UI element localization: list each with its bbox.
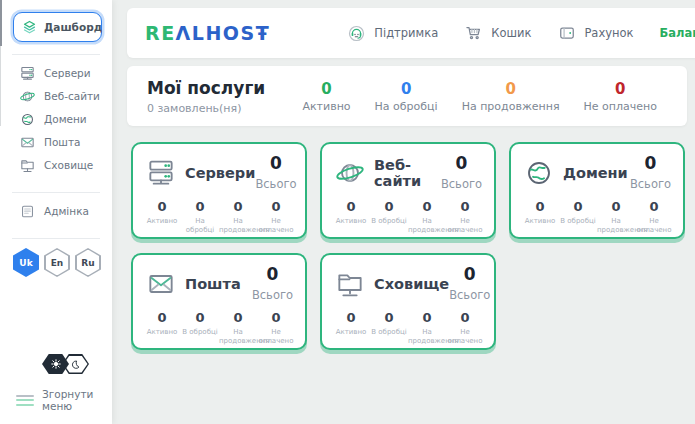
card-stat-renewal: 0 На продовження: [597, 199, 635, 235]
card-stat-processing: 0 В обробці: [559, 199, 597, 235]
card-stat-active: 0 Активно: [143, 310, 181, 346]
service-card-mail[interactable]: Пошта 0 Всього 0 Активно 0 В обробці 0 Н…: [131, 253, 307, 350]
stat-label: На продовження: [219, 217, 257, 235]
planet-icon: [332, 157, 368, 189]
card-stat-active: 0 Активно: [143, 199, 181, 235]
nav-item-label: Підтримка: [374, 26, 438, 40]
service-card-websites[interactable]: Веб-сайти 0 Всього 0 Активно 0 В обробці…: [320, 142, 496, 239]
card-stat-unpaid: 0 Не оплачено: [635, 199, 673, 235]
stat-value: 0: [257, 310, 295, 325]
window-edge-artifact: [0, 46, 1, 126]
stat-value: 0: [181, 199, 219, 214]
sidebar-nav: Сервери Веб-сайти Домени: [0, 55, 112, 180]
card-title: Веб-сайти: [374, 157, 441, 189]
summary-stat-renewal: 0 На продовження: [462, 80, 560, 113]
service-card-servers[interactable]: Сервери 0 Всього 0 Активно 0 На обробці …: [131, 142, 307, 239]
service-card-storage[interactable]: Сховище 0 Всього 0 Активно 0 В обробці 0…: [320, 253, 496, 350]
card-stat-renewal: 0 На продовження: [219, 199, 257, 235]
stat-label: Не оплачено: [257, 328, 295, 346]
storage-icon: [19, 157, 36, 174]
card-total: 0 Всього: [441, 153, 484, 192]
stat-label: На продовження: [462, 100, 560, 113]
sidebar-item-admin[interactable]: Адмінка: [19, 203, 112, 219]
stat-value: 0: [446, 199, 484, 214]
stat-label: Не оплачено: [584, 100, 657, 113]
stat-label: На продовження: [408, 217, 446, 235]
wallet-icon: [557, 23, 577, 43]
summary-left: Мої послуги 0 замовлень(ня): [147, 78, 265, 115]
language-button-en[interactable]: En: [44, 248, 70, 277]
sidebar-item-dashboard[interactable]: Дашборд: [13, 12, 102, 42]
card-total: 0 Всього: [449, 264, 492, 303]
card-stat-processing: 0 В обробці: [370, 310, 408, 346]
stat-value: 0: [370, 310, 408, 325]
card-stat-unpaid: 0 Не оплачено: [446, 310, 484, 346]
card-stat-renewal: 0 На продовження: [408, 310, 446, 346]
stat-label: На обробці: [375, 100, 438, 113]
top-header: RE ΛLHOSŦ Підтримка: [127, 8, 695, 58]
storage-icon: [332, 268, 368, 300]
sidebar-item-label: Домени: [44, 113, 87, 125]
nav-item-cart[interactable]: Кошик: [464, 23, 531, 43]
sidebar-item-mail[interactable]: Пошта: [19, 134, 112, 150]
stat-label: На продовження: [219, 328, 257, 346]
card-title: Пошта: [185, 276, 241, 292]
nav-item-invoice[interactable]: Рахунок: [557, 23, 633, 43]
stat-label: Активно: [332, 328, 370, 337]
service-card-domains[interactable]: Домени 0 Всього 0 Активно 0 В обробці 0 …: [509, 142, 685, 239]
headset-icon: [346, 23, 367, 44]
planet-icon: [19, 88, 36, 105]
logo-text: RE: [145, 22, 176, 44]
stat-label: Не оплачено: [635, 217, 673, 235]
window-edge-artifact: [0, 0, 2, 46]
sidebar-item-label: Сервери: [44, 67, 91, 79]
summary-orders-count: 0 замовлень(ня): [147, 102, 265, 115]
sidebar-item-domains[interactable]: Домени: [19, 111, 112, 127]
language-button-ru[interactable]: Ru: [75, 248, 101, 277]
sidebar-item-servers[interactable]: Сервери: [19, 65, 112, 81]
realhost-logo[interactable]: RE ΛLHOSŦ: [145, 22, 270, 44]
collapse-menu-button[interactable]: Згорнути меню: [16, 388, 112, 412]
sidebar-admin-section: Адмінка: [0, 193, 112, 226]
stat-value: 0: [181, 310, 219, 325]
total-label: Всього: [449, 288, 490, 302]
balance-link[interactable]: Баланс: [660, 26, 695, 40]
total-value: 0: [252, 264, 293, 284]
language-button-uk[interactable]: Uk: [13, 248, 39, 277]
stat-value: 0: [521, 199, 559, 214]
nav-item-label: Кошик: [491, 26, 531, 40]
main-content: RE ΛLHOSŦ Підтримка: [124, 0, 695, 424]
stat-label: Не оплачено: [446, 328, 484, 346]
service-cards-grid: Сервери 0 Всього 0 Активно 0 На обробці …: [124, 126, 695, 350]
card-stat-processing: 0 В обробці: [370, 199, 408, 235]
sidebar-item-storage[interactable]: Сховище: [19, 157, 112, 173]
nav-item-support[interactable]: Підтримка: [346, 23, 438, 44]
layers-icon: [21, 19, 38, 36]
card-header: Сервери 0 Всього: [143, 153, 295, 192]
card-stats: 0 Активно 0 В обробці 0 На продовження 0…: [521, 199, 673, 235]
card-stat-unpaid: 0 Не оплачено: [446, 199, 484, 235]
stat-label: В обробці: [370, 328, 408, 337]
card-stat-active: 0 Активно: [332, 199, 370, 235]
stat-value: 0: [559, 199, 597, 214]
theme-toggle[interactable]: [42, 354, 112, 374]
stat-value: 0: [257, 199, 295, 214]
stat-label: В обробці: [181, 328, 219, 337]
summary-stat-unpaid: 0 Не оплачено: [584, 80, 657, 113]
card-stats: 0 Активно 0 В обробці 0 На продовження 0…: [143, 310, 295, 346]
card-total: 0 Всього: [252, 264, 295, 303]
total-value: 0: [449, 264, 490, 284]
card-title: Домени: [563, 165, 628, 181]
card-header: Веб-сайти 0 Всього: [332, 153, 484, 192]
sidebar-item-label: Веб-сайти: [44, 90, 100, 102]
cart-icon: [464, 23, 484, 43]
card-stat-active: 0 Активно: [332, 310, 370, 346]
admin-panel-icon: [19, 203, 36, 220]
card-stat-renewal: 0 На продовження: [408, 199, 446, 235]
mail-icon: [143, 268, 179, 300]
card-total: 0 Всього: [630, 153, 673, 192]
stat-value: 0: [408, 310, 446, 325]
sidebar-item-websites[interactable]: Веб-сайти: [19, 88, 112, 104]
stat-value: 0: [332, 310, 370, 325]
stat-value: 0: [446, 310, 484, 325]
